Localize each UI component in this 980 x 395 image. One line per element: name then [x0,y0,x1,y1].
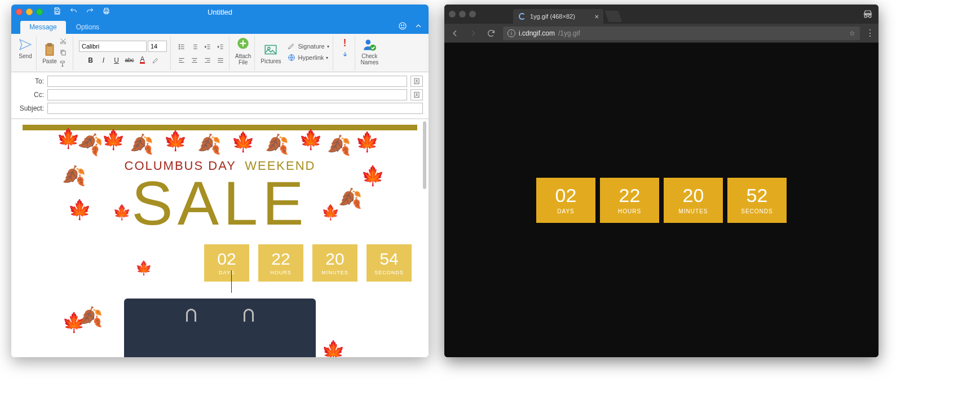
justify-button[interactable] [214,55,227,66]
svg-rect-7 [48,43,52,46]
cc-addressbook-button[interactable] [410,89,423,100]
outlook-window: Untitled Message Options Send Paste [11,5,429,357]
gif-seconds-value: 52 [747,186,768,205]
gif-seconds: 52 SECONDS [727,178,787,223]
ribbon: Send Paste B I U abc [11,34,429,72]
numbering-button[interactable] [188,41,201,52]
svg-point-12 [179,46,179,47]
countdown-days-label: DAYS [219,270,235,275]
site-info-icon[interactable]: i [507,29,515,37]
gif-minutes-value: 20 [683,186,704,205]
send-label: Send [19,53,32,59]
cut-icon[interactable] [59,37,67,47]
pictures-button[interactable]: Pictures [261,42,281,64]
chrome-tabstrip: 1yg.gif (468×82) × [444,5,879,24]
svg-point-4 [401,25,401,25]
align-center-button[interactable] [188,55,201,66]
chrome-close-button[interactable] [449,11,456,17]
bold-button[interactable]: B [85,54,97,67]
pictures-label: Pictures [261,58,281,64]
back-button[interactable] [449,27,461,40]
chrome-toolbar: i i.cdngif.com/1yg.gif ☆ ⋮ [444,24,879,43]
to-field[interactable] [47,76,407,87]
countdown-hours-label: HOURS [270,270,292,275]
url-path: /1yg.gif [558,29,580,37]
gif-minutes-label: MINUTES [679,208,708,214]
outdent-button[interactable] [201,41,214,52]
cc-field[interactable] [47,89,407,100]
svg-point-13 [179,48,179,49]
font-color-button[interactable]: A [136,54,149,67]
minimize-window-button[interactable] [26,8,33,15]
countdown-days-value: 02 [217,251,236,267]
tab-message[interactable]: Message [20,21,66,34]
font-name-select[interactable] [79,41,147,52]
email-content: 🍁 🍂 🍁 🍂 🍁 🍂 🍁 🍂 🍁 🍂 🍁 🍂 🍁 🍁 🍂 🍁 🍁 🍁 🍁 🍂 … [23,125,417,357]
browser-tab[interactable]: 1yg.gif (468×82) × [513,9,603,24]
new-tab-button[interactable] [604,11,622,22]
email-countdown: 02 DAYS 22 HOURS 20 MINUTES 54 SECONDS [23,244,417,282]
forward-button[interactable] [467,27,479,40]
check-names-button[interactable]: CheckNames [361,37,379,65]
align-right-button[interactable] [201,55,214,66]
indent-button[interactable] [214,41,227,52]
copy-icon[interactable] [59,49,67,58]
countdown-seconds-value: 54 [379,251,398,267]
gif-minutes: 20 MINUTES [664,178,723,223]
message-body[interactable]: 🍁 🍂 🍁 🍂 🍁 🍂 🍁 🍂 🍁 🍂 🍁 🍂 🍁 🍁 🍂 🍁 🍁 🍁 🍁 🍂 … [11,119,429,357]
low-importance-icon[interactable] [341,51,349,60]
subject-field[interactable] [47,103,423,114]
save-icon[interactable] [53,7,61,17]
bullets-button[interactable] [175,41,188,52]
hyperlink-button[interactable]: Hyperlink▾ [288,54,329,62]
countdown-days: 02 DAYS [204,244,249,282]
countdown-minutes-label: MINUTES [321,270,348,275]
close-window-button[interactable] [16,8,23,15]
signature-label: Signature [298,43,324,50]
header-fields: To: Cc: Subject: [11,72,429,119]
chrome-menu-button[interactable]: ⋮ [866,28,874,38]
high-importance-icon[interactable]: ! [343,37,347,49]
svg-point-21 [416,80,417,81]
gif-countdown-image: 02 DAYS 22 HOURS 20 MINUTES 52 SECONDS [536,178,787,223]
svg-point-23 [416,94,417,95]
collapse-ribbon-icon[interactable] [414,21,423,32]
underline-button[interactable]: U [111,54,123,67]
send-button[interactable]: Send [18,37,33,59]
svg-point-3 [399,23,406,29]
chrome-maximize-button[interactable] [469,11,476,17]
align-left-button[interactable] [175,55,188,66]
signature-button[interactable]: Signature▾ [288,42,329,50]
maximize-window-button[interactable] [36,8,43,15]
gif-seconds-label: SECONDS [741,208,772,214]
highlight-button[interactable] [149,54,162,67]
attach-file-button[interactable]: AttachFile [235,37,251,65]
to-label: To: [17,77,44,85]
to-addressbook-button[interactable] [410,76,423,87]
strikethrough-button[interactable]: abc [123,54,136,67]
address-bar[interactable]: i i.cdngif.com/1yg.gif ☆ [503,27,860,40]
scrollbar[interactable] [422,119,427,357]
format-painter-icon[interactable] [59,60,67,69]
emoji-icon[interactable] [398,21,407,32]
italic-button[interactable]: I [98,54,110,67]
shopping-bag-image [124,299,316,357]
font-size-select[interactable] [148,41,167,52]
outlook-titlebar: Untitled [11,5,429,19]
countdown-minutes: 20 MINUTES [312,244,357,282]
bookmark-star-icon[interactable]: ☆ [849,29,855,37]
hyperlink-label: Hyperlink [298,54,324,61]
tab-close-icon[interactable]: × [594,12,599,21]
undo-icon[interactable] [69,7,78,17]
countdown-hours-value: 22 [271,251,290,267]
cc-label: Cc: [17,91,44,99]
redo-icon[interactable] [86,7,94,17]
print-icon[interactable] [102,7,111,17]
reload-button[interactable] [485,27,497,40]
url-host: i.cdngif.com [519,29,555,37]
paste-button[interactable]: Paste [42,42,57,64]
paste-label: Paste [42,58,57,64]
chrome-minimize-button[interactable] [459,11,466,17]
check-names-label: CheckNames [361,53,379,65]
tab-options[interactable]: Options [67,21,108,34]
